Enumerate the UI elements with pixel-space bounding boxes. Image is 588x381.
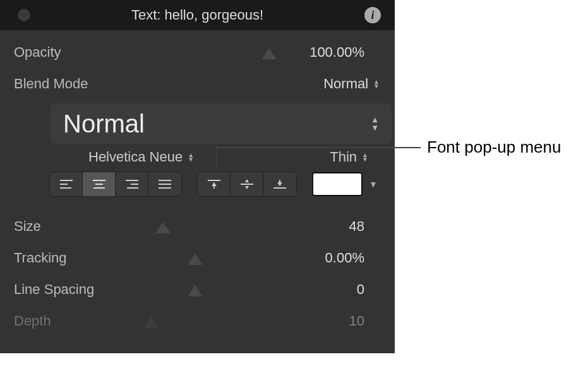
valign-middle-button[interactable] [231, 172, 263, 196]
opacity-slider[interactable] [128, 45, 289, 59]
info-button[interactable]: i [364, 7, 381, 23]
align-right-icon [124, 179, 140, 190]
text-color-control: ▼ [312, 172, 378, 196]
tracking-label: Tracking [14, 250, 128, 266]
callout-label: Font pop-up menu [427, 138, 561, 157]
line-spacing-slider-thumb[interactable] [188, 285, 203, 296]
valign-middle-icon [239, 179, 255, 190]
tracking-value[interactable]: 0.00% [289, 250, 383, 266]
blend-mode-value: Normal [323, 76, 368, 92]
valign-bottom-icon [272, 179, 287, 190]
valign-top-button[interactable] [198, 172, 231, 196]
blend-mode-label: Blend Mode [14, 76, 128, 92]
line-spacing-slider[interactable] [128, 283, 289, 296]
updown-icon: ▲▼ [373, 79, 380, 88]
svg-marker-20 [277, 182, 282, 186]
align-right-button[interactable] [116, 172, 148, 196]
font-row: Helvetica Neue ▲▼ Thin ▲▼ [14, 149, 383, 165]
valign-top-icon [207, 179, 222, 190]
window-dot[interactable] [18, 9, 30, 21]
depth-label: Depth [14, 313, 128, 329]
depth-slider-thumb[interactable] [144, 317, 159, 328]
updown-icon: ▲▼ [362, 153, 368, 161]
font-family-popup[interactable]: Helvetica Neue ▲▼ [88, 149, 194, 165]
tracking-slider[interactable] [128, 251, 289, 265]
opacity-slider-thumb[interactable] [261, 48, 277, 59]
updown-icon: ▲▼ [371, 117, 379, 131]
tracking-row: Tracking 0.00% [14, 242, 383, 274]
chevron-down-icon[interactable]: ▼ [369, 179, 378, 189]
svg-marker-17 [245, 186, 249, 189]
vertical-alignment-segmented [197, 172, 297, 197]
align-left-icon [59, 179, 74, 190]
font-weight-value: Thin [330, 149, 357, 165]
font-weight-popup[interactable]: Thin ▲▼ [330, 149, 368, 165]
size-slider-thumb[interactable] [155, 222, 171, 233]
panel-title: Text: hello, gorgeous! [0, 7, 395, 23]
tracking-slider-thumb[interactable] [188, 254, 203, 265]
align-justify-icon [157, 179, 172, 190]
depth-value[interactable]: 10 [289, 313, 383, 329]
align-center-icon [92, 179, 107, 190]
align-center-button[interactable] [83, 172, 116, 196]
preset-value: Normal [63, 110, 145, 138]
text-style-preset-popup[interactable]: Normal ▲▼ [51, 103, 392, 144]
color-swatch[interactable] [312, 172, 363, 196]
line-spacing-row: Line Spacing 0 [14, 274, 383, 305]
size-value[interactable]: 48 [289, 218, 383, 235]
text-inspector-panel: Text: hello, gorgeous! i Opacity 100.00%… [0, 0, 395, 353]
blend-mode-row: Blend Mode Normal ▲▼ [14, 68, 383, 100]
opacity-row: Opacity 100.00% [14, 37, 383, 68]
font-family-value: Helvetica Neue [88, 149, 183, 165]
opacity-label: Opacity [14, 44, 128, 61]
line-spacing-value[interactable]: 0 [289, 281, 383, 298]
horizontal-alignment-segmented [49, 172, 182, 197]
alignment-row: ▼ [49, 172, 383, 197]
valign-bottom-button[interactable] [263, 172, 296, 196]
opacity-value[interactable]: 100.00% [289, 44, 383, 61]
size-slider[interactable] [128, 220, 289, 233]
line-spacing-label: Line Spacing [14, 281, 128, 298]
align-left-button[interactable] [50, 172, 83, 196]
align-justify-button[interactable] [148, 172, 181, 196]
blend-mode-popup[interactable]: Normal ▲▼ [304, 76, 383, 92]
depth-slider[interactable] [128, 314, 289, 328]
depth-row: Depth 10 [14, 305, 383, 337]
size-label: Size [14, 218, 128, 235]
size-row: Size 48 [14, 211, 383, 242]
svg-marker-16 [245, 179, 249, 182]
updown-icon: ▲▼ [188, 153, 194, 161]
titlebar: Text: hello, gorgeous! i [0, 0, 395, 30]
